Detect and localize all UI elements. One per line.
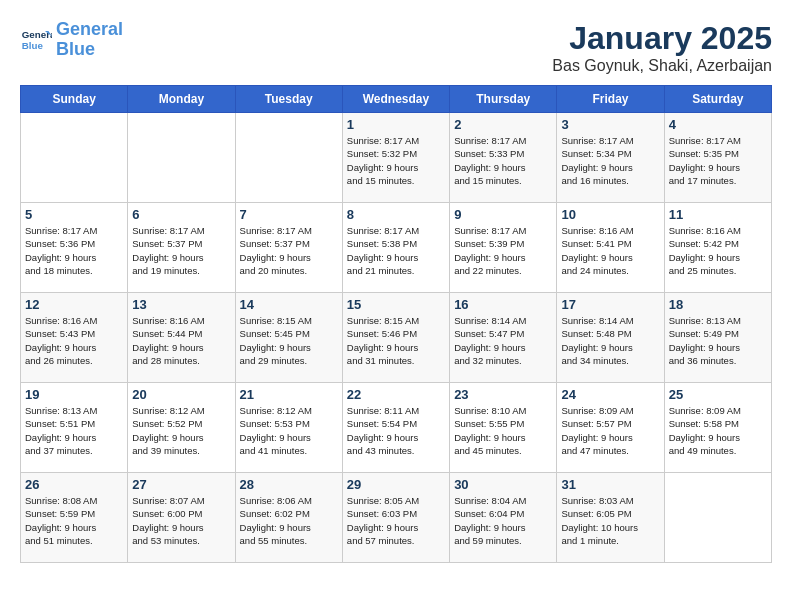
- weekday-row: SundayMondayTuesdayWednesdayThursdayFrid…: [21, 86, 772, 113]
- day-number: 6: [132, 207, 230, 222]
- day-info: Sunrise: 8:14 AM Sunset: 5:48 PM Dayligh…: [561, 314, 659, 367]
- calendar-cell: 29Sunrise: 8:05 AM Sunset: 6:03 PM Dayli…: [342, 473, 449, 563]
- day-number: 29: [347, 477, 445, 492]
- calendar-cell: 8Sunrise: 8:17 AM Sunset: 5:38 PM Daylig…: [342, 203, 449, 293]
- calendar-body: 1Sunrise: 8:17 AM Sunset: 5:32 PM Daylig…: [21, 113, 772, 563]
- day-info: Sunrise: 8:17 AM Sunset: 5:38 PM Dayligh…: [347, 224, 445, 277]
- calendar-cell: 19Sunrise: 8:13 AM Sunset: 5:51 PM Dayli…: [21, 383, 128, 473]
- day-number: 8: [347, 207, 445, 222]
- day-number: 24: [561, 387, 659, 402]
- weekday-header-tuesday: Tuesday: [235, 86, 342, 113]
- calendar-header: SundayMondayTuesdayWednesdayThursdayFrid…: [21, 86, 772, 113]
- calendar-cell: [21, 113, 128, 203]
- day-number: 15: [347, 297, 445, 312]
- page-header: General Blue GeneralBlue January 2025 Ba…: [20, 20, 772, 75]
- day-number: 4: [669, 117, 767, 132]
- calendar-cell: 6Sunrise: 8:17 AM Sunset: 5:37 PM Daylig…: [128, 203, 235, 293]
- calendar-cell: 11Sunrise: 8:16 AM Sunset: 5:42 PM Dayli…: [664, 203, 771, 293]
- day-info: Sunrise: 8:05 AM Sunset: 6:03 PM Dayligh…: [347, 494, 445, 547]
- day-info: Sunrise: 8:13 AM Sunset: 5:51 PM Dayligh…: [25, 404, 123, 457]
- calendar-cell: 27Sunrise: 8:07 AM Sunset: 6:00 PM Dayli…: [128, 473, 235, 563]
- calendar-title: January 2025: [552, 20, 772, 57]
- week-row-2: 5Sunrise: 8:17 AM Sunset: 5:36 PM Daylig…: [21, 203, 772, 293]
- svg-text:General: General: [22, 29, 52, 40]
- day-info: Sunrise: 8:15 AM Sunset: 5:46 PM Dayligh…: [347, 314, 445, 367]
- day-info: Sunrise: 8:17 AM Sunset: 5:33 PM Dayligh…: [454, 134, 552, 187]
- calendar-cell: 17Sunrise: 8:14 AM Sunset: 5:48 PM Dayli…: [557, 293, 664, 383]
- day-number: 14: [240, 297, 338, 312]
- day-number: 11: [669, 207, 767, 222]
- calendar-cell: 30Sunrise: 8:04 AM Sunset: 6:04 PM Dayli…: [450, 473, 557, 563]
- day-number: 25: [669, 387, 767, 402]
- calendar-cell: 3Sunrise: 8:17 AM Sunset: 5:34 PM Daylig…: [557, 113, 664, 203]
- calendar-cell: 14Sunrise: 8:15 AM Sunset: 5:45 PM Dayli…: [235, 293, 342, 383]
- calendar-cell: 18Sunrise: 8:13 AM Sunset: 5:49 PM Dayli…: [664, 293, 771, 383]
- calendar-cell: 1Sunrise: 8:17 AM Sunset: 5:32 PM Daylig…: [342, 113, 449, 203]
- week-row-5: 26Sunrise: 8:08 AM Sunset: 5:59 PM Dayli…: [21, 473, 772, 563]
- day-info: Sunrise: 8:12 AM Sunset: 5:52 PM Dayligh…: [132, 404, 230, 457]
- day-number: 12: [25, 297, 123, 312]
- day-number: 2: [454, 117, 552, 132]
- weekday-header-monday: Monday: [128, 86, 235, 113]
- calendar-cell: [235, 113, 342, 203]
- day-number: 13: [132, 297, 230, 312]
- day-info: Sunrise: 8:09 AM Sunset: 5:58 PM Dayligh…: [669, 404, 767, 457]
- day-info: Sunrise: 8:15 AM Sunset: 5:45 PM Dayligh…: [240, 314, 338, 367]
- day-number: 22: [347, 387, 445, 402]
- day-info: Sunrise: 8:17 AM Sunset: 5:35 PM Dayligh…: [669, 134, 767, 187]
- day-info: Sunrise: 8:16 AM Sunset: 5:43 PM Dayligh…: [25, 314, 123, 367]
- title-block: January 2025 Bas Goynuk, Shaki, Azerbaij…: [552, 20, 772, 75]
- day-info: Sunrise: 8:06 AM Sunset: 6:02 PM Dayligh…: [240, 494, 338, 547]
- day-number: 19: [25, 387, 123, 402]
- calendar-cell: 21Sunrise: 8:12 AM Sunset: 5:53 PM Dayli…: [235, 383, 342, 473]
- logo-text: GeneralBlue: [56, 20, 123, 60]
- calendar-cell: 2Sunrise: 8:17 AM Sunset: 5:33 PM Daylig…: [450, 113, 557, 203]
- calendar-cell: [128, 113, 235, 203]
- day-info: Sunrise: 8:17 AM Sunset: 5:36 PM Dayligh…: [25, 224, 123, 277]
- week-row-1: 1Sunrise: 8:17 AM Sunset: 5:32 PM Daylig…: [21, 113, 772, 203]
- day-info: Sunrise: 8:17 AM Sunset: 5:37 PM Dayligh…: [132, 224, 230, 277]
- day-number: 7: [240, 207, 338, 222]
- calendar-cell: 25Sunrise: 8:09 AM Sunset: 5:58 PM Dayli…: [664, 383, 771, 473]
- day-info: Sunrise: 8:03 AM Sunset: 6:05 PM Dayligh…: [561, 494, 659, 547]
- logo-icon: General Blue: [20, 24, 52, 56]
- day-number: 30: [454, 477, 552, 492]
- day-info: Sunrise: 8:16 AM Sunset: 5:41 PM Dayligh…: [561, 224, 659, 277]
- calendar-cell: 15Sunrise: 8:15 AM Sunset: 5:46 PM Dayli…: [342, 293, 449, 383]
- day-info: Sunrise: 8:16 AM Sunset: 5:42 PM Dayligh…: [669, 224, 767, 277]
- calendar-cell: 31Sunrise: 8:03 AM Sunset: 6:05 PM Dayli…: [557, 473, 664, 563]
- day-info: Sunrise: 8:07 AM Sunset: 6:00 PM Dayligh…: [132, 494, 230, 547]
- calendar-table: SundayMondayTuesdayWednesdayThursdayFrid…: [20, 85, 772, 563]
- week-row-3: 12Sunrise: 8:16 AM Sunset: 5:43 PM Dayli…: [21, 293, 772, 383]
- calendar-cell: 10Sunrise: 8:16 AM Sunset: 5:41 PM Dayli…: [557, 203, 664, 293]
- calendar-cell: 28Sunrise: 8:06 AM Sunset: 6:02 PM Dayli…: [235, 473, 342, 563]
- day-info: Sunrise: 8:17 AM Sunset: 5:39 PM Dayligh…: [454, 224, 552, 277]
- day-number: 20: [132, 387, 230, 402]
- day-number: 26: [25, 477, 123, 492]
- calendar-cell: 13Sunrise: 8:16 AM Sunset: 5:44 PM Dayli…: [128, 293, 235, 383]
- calendar-cell: 9Sunrise: 8:17 AM Sunset: 5:39 PM Daylig…: [450, 203, 557, 293]
- calendar-cell: 5Sunrise: 8:17 AM Sunset: 5:36 PM Daylig…: [21, 203, 128, 293]
- day-info: Sunrise: 8:16 AM Sunset: 5:44 PM Dayligh…: [132, 314, 230, 367]
- day-info: Sunrise: 8:11 AM Sunset: 5:54 PM Dayligh…: [347, 404, 445, 457]
- day-number: 27: [132, 477, 230, 492]
- day-info: Sunrise: 8:14 AM Sunset: 5:47 PM Dayligh…: [454, 314, 552, 367]
- calendar-cell: 22Sunrise: 8:11 AM Sunset: 5:54 PM Dayli…: [342, 383, 449, 473]
- day-info: Sunrise: 8:09 AM Sunset: 5:57 PM Dayligh…: [561, 404, 659, 457]
- day-info: Sunrise: 8:10 AM Sunset: 5:55 PM Dayligh…: [454, 404, 552, 457]
- calendar-cell: 24Sunrise: 8:09 AM Sunset: 5:57 PM Dayli…: [557, 383, 664, 473]
- day-info: Sunrise: 8:08 AM Sunset: 5:59 PM Dayligh…: [25, 494, 123, 547]
- calendar-subtitle: Bas Goynuk, Shaki, Azerbaijan: [552, 57, 772, 75]
- day-number: 1: [347, 117, 445, 132]
- calendar-cell: 26Sunrise: 8:08 AM Sunset: 5:59 PM Dayli…: [21, 473, 128, 563]
- week-row-4: 19Sunrise: 8:13 AM Sunset: 5:51 PM Dayli…: [21, 383, 772, 473]
- day-info: Sunrise: 8:17 AM Sunset: 5:34 PM Dayligh…: [561, 134, 659, 187]
- day-number: 10: [561, 207, 659, 222]
- day-number: 18: [669, 297, 767, 312]
- day-info: Sunrise: 8:12 AM Sunset: 5:53 PM Dayligh…: [240, 404, 338, 457]
- day-number: 9: [454, 207, 552, 222]
- day-number: 23: [454, 387, 552, 402]
- logo: General Blue GeneralBlue: [20, 20, 123, 60]
- day-info: Sunrise: 8:13 AM Sunset: 5:49 PM Dayligh…: [669, 314, 767, 367]
- day-number: 16: [454, 297, 552, 312]
